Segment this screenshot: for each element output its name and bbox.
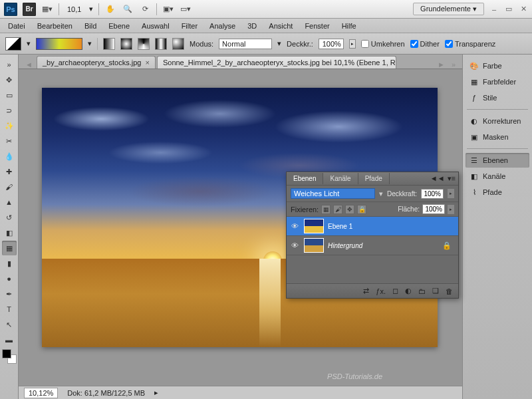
arrange-docs-icon[interactable]: ▣▾ (162, 3, 174, 15)
menu-fenster[interactable]: Fenster (299, 20, 334, 32)
dither-checkbox[interactable]: Dither (410, 40, 440, 48)
lock-transparency-icon[interactable]: ▦ (321, 205, 331, 214)
fill-input[interactable]: 100% (422, 204, 445, 214)
restore-icon[interactable]: ▭ (504, 5, 513, 14)
layers-panel[interactable]: Ebenen Kanäle Pfade ◄◄▾≡ Weiches Licht▾ … (286, 172, 459, 299)
tab-scroll-left-icon[interactable]: ◄ (23, 61, 35, 68)
menu-datei[interactable]: Datei (3, 20, 31, 32)
layer-row[interactable]: 👁 Ebene 1 (287, 217, 458, 236)
gradient-angle-icon[interactable] (138, 38, 150, 50)
panel-menu-icon[interactable]: ▾≡ (448, 174, 456, 183)
panel-farbe[interactable]: 🎨Farbe (466, 59, 529, 73)
document-tab[interactable]: _by_archaeopteryx_stocks.jpg× (37, 56, 156, 68)
tab-ebenen[interactable]: Ebenen (287, 173, 323, 184)
panel-korrekturen[interactable]: ◐Korrekturen (466, 114, 529, 128)
rotate-view-icon[interactable]: ⟳ (139, 3, 151, 15)
reverse-checkbox[interactable]: Umkehren (361, 40, 405, 48)
layer-group-icon[interactable]: 🗀 (418, 287, 426, 295)
panel-pfade[interactable]: ⌇Pfade (466, 185, 529, 200)
panel-ebenen[interactable]: ☰Ebenen (466, 153, 529, 168)
tab-overflow-icon[interactable]: » (449, 61, 458, 68)
delete-layer-icon[interactable]: 🗑 (446, 287, 453, 295)
color-swatches[interactable] (2, 349, 17, 364)
opacity-flyout[interactable]: ▸ (349, 39, 356, 49)
lock-all-icon[interactable]: 🔒 (357, 205, 366, 214)
minimize-icon[interactable]: – (489, 5, 499, 14)
panel-collapse-icon[interactable]: ◄◄ (430, 174, 445, 183)
tab-kanaele[interactable]: Kanäle (323, 173, 358, 184)
layer-style-icon[interactable]: ƒx. (376, 287, 386, 295)
gradient-linear-icon[interactable] (103, 38, 115, 50)
fill-slider-icon[interactable]: ▸ (448, 205, 454, 214)
menu-bild[interactable]: Bild (79, 20, 102, 32)
blur-tool-icon[interactable]: ▮ (2, 256, 17, 271)
menu-hilfe[interactable]: Hilfe (336, 20, 362, 32)
gradient-tool-icon[interactable]: ▦ (2, 241, 17, 255)
layer-name[interactable]: Hintergrund (328, 242, 362, 249)
document-tab-active[interactable]: Sonne_Himmel_2_by_archaeopteryx_stocks.j… (157, 56, 396, 68)
tab-pfade[interactable]: Pfade (358, 173, 390, 184)
pen-tool-icon[interactable]: ✒ (2, 287, 17, 301)
tab-scroll-right-icon[interactable]: ► (435, 61, 448, 68)
lock-position-icon[interactable]: ✥ (345, 205, 354, 214)
close-icon[interactable]: ✕ (519, 5, 528, 14)
healing-tool-icon[interactable]: ✚ (2, 164, 17, 179)
stamp-tool-icon[interactable]: ▲ (2, 195, 17, 209)
status-zoom[interactable]: 10,12% (24, 388, 58, 398)
panel-farbfelder[interactable]: ▦Farbfelder (466, 74, 529, 89)
brush-tool-icon[interactable]: 🖌 (2, 180, 17, 194)
hand-tool-icon[interactable]: ✋ (104, 3, 116, 15)
menu-3d[interactable]: 3D (242, 20, 262, 32)
eraser-tool-icon[interactable]: ◧ (2, 225, 17, 240)
visibility-icon[interactable]: 👁 (289, 221, 300, 231)
panel-masken[interactable]: ▣Masken (466, 130, 529, 144)
layer-thumbnail[interactable] (304, 219, 324, 233)
layer-name[interactable]: Ebene 1 (328, 223, 352, 230)
gradient-editor[interactable] (36, 38, 82, 50)
menu-filter[interactable]: Filter (176, 20, 203, 32)
move-tool-icon[interactable]: ✥ (2, 72, 17, 87)
bridge-logo-icon[interactable]: Br (23, 3, 36, 16)
adjustment-layer-icon[interactable]: ◐ (405, 287, 412, 295)
visibility-icon[interactable]: 👁 (289, 240, 300, 251)
gradient-diamond-icon[interactable] (172, 38, 184, 50)
blend-mode-select[interactable]: Normal (219, 39, 272, 49)
history-brush-icon[interactable]: ↺ (2, 210, 17, 225)
transparency-checkbox[interactable]: Transparenz (445, 40, 495, 48)
eyedropper-tool-icon[interactable]: 💧 (2, 149, 17, 164)
opacity-slider-icon[interactable]: ▸ (448, 189, 454, 198)
link-layers-icon[interactable]: ⇄ (363, 287, 369, 295)
expand-icon[interactable]: » (2, 57, 17, 72)
blend-mode-dropdown[interactable]: Weiches Licht (291, 188, 375, 199)
menu-auswahl[interactable]: Auswahl (136, 20, 175, 32)
lasso-tool-icon[interactable]: ⊃ (2, 103, 17, 118)
new-layer-icon[interactable]: ❏ (432, 287, 439, 295)
zoom-value[interactable]: 10,1 (65, 5, 84, 13)
tool-preset-icon[interactable] (5, 37, 21, 51)
crop-tool-icon[interactable]: ✂ (2, 134, 17, 148)
screen-mode-icon[interactable]: ▭▾ (180, 3, 192, 15)
gradient-reflected-icon[interactable] (155, 38, 167, 50)
panel-stile[interactable]: ƒStile (466, 90, 529, 105)
path-select-icon[interactable]: ↖ (2, 317, 17, 332)
type-tool-icon[interactable]: T (2, 302, 17, 317)
gradient-radial-icon[interactable] (120, 38, 132, 50)
status-flyout-icon[interactable]: ▸ (154, 388, 158, 397)
marquee-tool-icon[interactable]: ▭ (2, 88, 17, 102)
menu-bearbeiten[interactable]: Bearbeiten (32, 20, 78, 32)
menu-ebene[interactable]: Ebene (103, 20, 135, 32)
panel-kanaele[interactable]: ◧Kanäle (466, 169, 529, 184)
layer-row[interactable]: 👁 Hintergrund 🔒 (287, 236, 458, 255)
dodge-tool-icon[interactable]: ● (2, 271, 17, 286)
menu-analyse[interactable]: Analyse (204, 20, 241, 32)
tab-close-icon[interactable]: × (145, 59, 149, 66)
wand-tool-icon[interactable]: ✨ (2, 118, 17, 133)
workspace-switcher[interactable]: Grundelemente ▾ (413, 3, 484, 15)
menu-ansicht[interactable]: Ansicht (263, 20, 298, 32)
layer-opacity-input[interactable]: 100% (421, 189, 444, 199)
layer-thumbnail[interactable] (304, 238, 324, 253)
shape-tool-icon[interactable]: ▬ (2, 332, 17, 347)
layer-mask-icon[interactable]: ◻ (392, 287, 398, 295)
photoshop-logo-icon[interactable]: Ps (4, 3, 17, 16)
opacity-input[interactable]: 100% (319, 39, 344, 49)
